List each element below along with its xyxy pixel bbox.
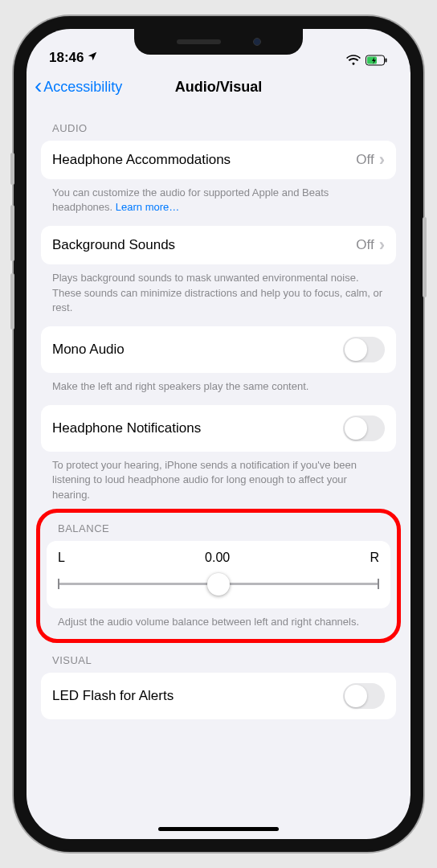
row-mono-audio: Mono Audio — [41, 326, 396, 373]
balance-value: 0.00 — [205, 551, 230, 565]
battery-charging-icon — [366, 55, 388, 66]
wifi-icon — [346, 55, 361, 66]
row-headphone-notifications: Headphone Notifications — [41, 405, 396, 452]
footer-headphone-accommodations: You can customize the audio for supporte… — [41, 179, 396, 215]
status-time: 18:46 — [49, 50, 84, 66]
location-icon — [87, 50, 98, 66]
home-indicator[interactable] — [158, 827, 279, 831]
row-headphone-accommodations[interactable]: Headphone Accommodations Off › — [41, 141, 396, 179]
chevron-right-icon: › — [379, 151, 385, 169]
phone-frame: 18:46 — [14, 16, 423, 852]
section-header-visual: VISUAL — [41, 646, 396, 673]
row-value: Off — [356, 237, 374, 253]
row-label: Headphone Accommodations — [52, 152, 348, 168]
section-header-audio: AUDIO — [41, 109, 396, 141]
footer-balance: Adjust the audio volume balance between … — [47, 608, 390, 629]
section-header-balance: BALANCE — [47, 519, 390, 541]
balance-slider[interactable] — [58, 575, 379, 594]
nav-bar: ‹ Accessibility Audio/Visual — [27, 68, 410, 106]
side-button[interactable] — [423, 217, 427, 297]
balance-slider-thumb[interactable] — [207, 573, 230, 596]
back-label: Accessibility — [43, 79, 122, 96]
settings-content[interactable]: AUDIO Headphone Accommodations Off › You… — [27, 106, 410, 751]
chevron-right-icon: › — [379, 236, 385, 254]
mono-audio-toggle[interactable] — [343, 337, 385, 362]
footer-headphone-notifications: To protect your hearing, iPhone sends a … — [41, 452, 396, 502]
footer-mono-audio: Make the left and right speakers play th… — [41, 373, 396, 394]
chevron-left-icon: ‹ — [35, 75, 42, 97]
row-value: Off — [356, 152, 374, 168]
balance-left-label: L — [58, 551, 65, 565]
footer-background-sounds: Plays background sounds to mask unwanted… — [41, 264, 396, 315]
row-background-sounds[interactable]: Background Sounds Off › — [41, 226, 396, 264]
row-led-flash: LED Flash for Alerts — [41, 673, 396, 719]
screen: 18:46 — [27, 29, 410, 839]
notch — [134, 29, 303, 55]
learn-more-link[interactable]: Learn more… — [116, 201, 179, 213]
row-label: LED Flash for Alerts — [52, 688, 335, 704]
row-label: Mono Audio — [52, 342, 335, 358]
led-flash-toggle[interactable] — [343, 683, 385, 709]
volume-down-button[interactable] — [10, 273, 14, 330]
mute-switch[interactable] — [10, 153, 14, 185]
back-button[interactable]: ‹ Accessibility — [35, 77, 122, 97]
headphone-notifications-toggle[interactable] — [343, 416, 385, 441]
balance-right-label: R — [370, 551, 379, 565]
svg-rect-1 — [386, 59, 387, 63]
balance-highlight: BALANCE L 0.00 R Adjust t — [36, 509, 401, 643]
row-label: Headphone Notifications — [52, 420, 335, 436]
volume-up-button[interactable] — [10, 205, 14, 261]
row-label: Background Sounds — [52, 237, 348, 253]
balance-card: L 0.00 R — [47, 541, 390, 608]
